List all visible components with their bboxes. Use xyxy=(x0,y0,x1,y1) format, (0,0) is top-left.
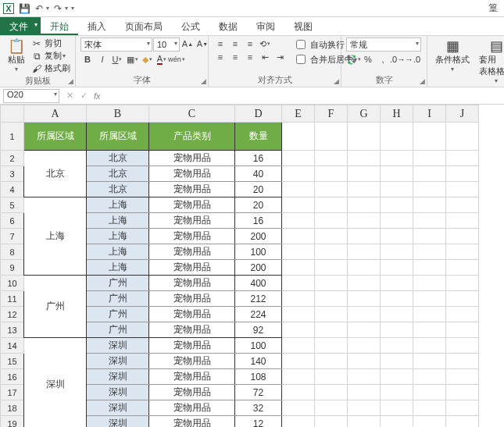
cell[interactable] xyxy=(446,182,479,197)
border-button[interactable]: ▦▾ xyxy=(125,53,139,66)
cell[interactable] xyxy=(413,151,446,166)
cell[interactable] xyxy=(315,416,348,428)
cell[interactable] xyxy=(446,276,479,291)
cell[interactable]: 宠物用品 xyxy=(149,213,235,229)
cell[interactable]: 32 xyxy=(235,400,282,416)
cell[interactable] xyxy=(315,322,348,338)
cell[interactable] xyxy=(348,244,381,260)
cell[interactable] xyxy=(282,276,315,291)
column-header[interactable]: F xyxy=(315,105,348,123)
cell[interactable]: 宠物用品 xyxy=(149,354,235,369)
cell[interactable] xyxy=(381,213,413,229)
cell[interactable] xyxy=(446,213,479,229)
cell[interactable]: 100 xyxy=(235,244,282,260)
cell[interactable] xyxy=(282,244,315,260)
cell[interactable] xyxy=(348,291,381,307)
cell[interactable] xyxy=(446,229,479,244)
cell[interactable]: 深圳 xyxy=(87,369,149,385)
row-header[interactable]: 8 xyxy=(1,244,24,260)
cell[interactable] xyxy=(446,291,479,307)
cell[interactable]: 上海 xyxy=(87,213,149,229)
row-header[interactable]: 1 xyxy=(1,123,24,151)
copy-button[interactable]: ⧉复制▾ xyxy=(31,50,70,62)
cell[interactable]: 200 xyxy=(235,229,282,244)
comma-format-icon[interactable]: , xyxy=(376,53,390,66)
column-header[interactable]: B xyxy=(87,105,149,123)
cell[interactable] xyxy=(446,385,479,400)
cell[interactable]: 深圳 xyxy=(87,385,149,400)
cell[interactable] xyxy=(413,229,446,244)
cell[interactable]: 宠物用品 xyxy=(149,260,235,276)
cell[interactable] xyxy=(348,338,381,354)
cell[interactable] xyxy=(348,166,381,182)
cell[interactable]: 400 xyxy=(235,276,282,291)
alignment-launcher-icon[interactable]: ◢ xyxy=(334,77,339,85)
align-center-icon[interactable]: ≡ xyxy=(228,51,242,63)
cell[interactable] xyxy=(348,123,381,151)
paste-button[interactable]: 📋 粘贴 ▾ xyxy=(5,37,28,74)
cell[interactable]: 广州 xyxy=(87,291,149,307)
cell[interactable] xyxy=(348,416,381,428)
table-header-cell[interactable]: 所属区域 xyxy=(87,123,149,151)
cell[interactable] xyxy=(446,244,479,260)
cell[interactable]: 北京 xyxy=(87,182,149,197)
undo-dropdown-icon[interactable]: ▾ xyxy=(46,5,49,12)
format-as-table-button[interactable]: ▤ 套用 表格格式 ▾ xyxy=(476,37,504,86)
cell[interactable]: 20 xyxy=(235,182,282,197)
cell[interactable]: 224 xyxy=(235,307,282,322)
cell[interactable]: 广州 xyxy=(87,276,149,291)
fx-icon[interactable]: fx xyxy=(94,91,101,101)
region-merged-cell[interactable]: 深圳 xyxy=(24,338,87,428)
cell[interactable] xyxy=(413,307,446,322)
cell[interactable]: 广州 xyxy=(87,307,149,322)
align-right-icon[interactable]: ≡ xyxy=(243,51,257,63)
row-header[interactable]: 13 xyxy=(1,322,24,338)
cell[interactable]: 宠物用品 xyxy=(149,385,235,400)
cell[interactable] xyxy=(446,197,479,213)
table-header-cell[interactable]: 数量 xyxy=(235,123,282,151)
cell[interactable]: 宠物用品 xyxy=(149,197,235,213)
underline-button[interactable]: U▾ xyxy=(110,53,124,66)
cell[interactable] xyxy=(282,151,315,166)
number-launcher-icon[interactable]: ◢ xyxy=(420,77,425,85)
align-left-icon[interactable]: ≡ xyxy=(213,51,227,63)
cell[interactable]: 深圳 xyxy=(87,400,149,416)
cell[interactable] xyxy=(315,338,348,354)
decrease-decimal-icon[interactable]: →.0 xyxy=(406,53,420,66)
cell[interactable] xyxy=(315,182,348,197)
cell[interactable]: 广州 xyxy=(87,322,149,338)
cell[interactable] xyxy=(282,260,315,276)
clipboard-launcher-icon[interactable]: ◢ xyxy=(68,77,73,85)
align-middle-icon[interactable]: ≡ xyxy=(228,37,242,50)
cell[interactable] xyxy=(413,354,446,369)
row-header[interactable]: 15 xyxy=(1,354,24,369)
cell[interactable] xyxy=(315,123,348,151)
cell[interactable] xyxy=(282,416,315,428)
cell[interactable] xyxy=(348,322,381,338)
cell[interactable]: 深圳 xyxy=(87,338,149,354)
cell[interactable]: 宠物用品 xyxy=(149,276,235,291)
align-bottom-icon[interactable]: ≡ xyxy=(243,37,257,50)
row-header[interactable]: 6 xyxy=(1,213,24,229)
cell[interactable] xyxy=(348,385,381,400)
cell[interactable]: 宠物用品 xyxy=(149,229,235,244)
undo-icon[interactable]: ↶ xyxy=(35,3,43,14)
row-header[interactable]: 11 xyxy=(1,291,24,307)
cell[interactable] xyxy=(446,166,479,182)
cell[interactable] xyxy=(282,291,315,307)
cell[interactable]: 北京 xyxy=(87,151,149,166)
cell[interactable] xyxy=(446,369,479,385)
cell[interactable]: 宠物用品 xyxy=(149,244,235,260)
phonetic-button[interactable]: wén▾ xyxy=(170,53,184,66)
row-header[interactable]: 18 xyxy=(1,400,24,416)
qat-customize-icon[interactable]: ▾ xyxy=(71,5,74,12)
cell[interactable] xyxy=(413,400,446,416)
cell[interactable] xyxy=(315,369,348,385)
row-header[interactable]: 3 xyxy=(1,166,24,182)
cell[interactable] xyxy=(282,182,315,197)
cell[interactable] xyxy=(282,400,315,416)
tab-data[interactable]: 数据 xyxy=(209,17,247,35)
region-merged-cell[interactable]: 上海 xyxy=(24,197,87,276)
cell[interactable] xyxy=(381,166,413,182)
cell[interactable] xyxy=(413,291,446,307)
